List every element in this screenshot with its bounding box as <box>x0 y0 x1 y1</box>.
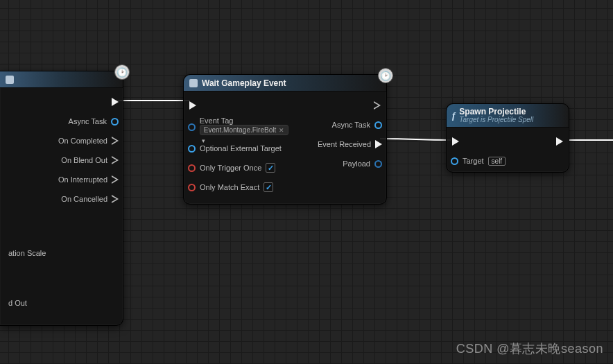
input-optional-external-target[interactable]: Optional External Target <box>184 139 300 158</box>
bool-pin-icon <box>188 164 196 172</box>
clock-icon: 🕑 <box>114 64 130 80</box>
exec-pin-icon <box>112 195 119 203</box>
bool-pin-icon <box>188 184 196 191</box>
object-pin-icon <box>188 145 196 153</box>
node-icon <box>189 79 198 87</box>
input-event-tag[interactable]: Event Tag Event.Montage.FireBolt ✕ ▾ <box>184 115 300 139</box>
exec-pin-icon <box>112 98 119 106</box>
struct-pin-icon <box>374 160 382 168</box>
exec-pin-icon <box>375 140 382 148</box>
exec-out-pin-icon[interactable] <box>556 137 563 146</box>
exec-out-pin-icon[interactable] <box>374 101 381 110</box>
output-async-task[interactable]: Async Task <box>300 115 386 135</box>
clock-icon: 🕑 <box>378 68 393 83</box>
node-header: Wait Gameplay Event <box>184 75 386 92</box>
output-on-completed[interactable]: On Completed <box>0 131 123 150</box>
checkbox-only-trigger-once[interactable]: ✓ <box>266 163 275 173</box>
node-icon <box>6 76 14 84</box>
exec-row <box>447 132 569 151</box>
node-body: Target self <box>447 128 569 177</box>
exec-row <box>184 96 386 115</box>
object-pin-icon <box>451 157 458 165</box>
struct-pin-icon <box>188 123 196 131</box>
node-header <box>0 71 123 88</box>
object-pin-icon <box>111 118 119 125</box>
node-header: f Spawn Projectile Target is Projectile … <box>447 104 569 128</box>
node-body: Event Tag Event.Montage.FireBolt ✕ ▾ Opt… <box>184 92 386 204</box>
exec-in-pin-icon[interactable] <box>452 137 459 146</box>
checkbox-only-match-exact[interactable]: ✓ <box>264 182 273 192</box>
node-subtitle: Target is Projectile Spell <box>459 116 533 123</box>
target-self-value[interactable]: self <box>488 157 506 166</box>
object-pin-icon <box>374 121 382 129</box>
output-async-task[interactable]: Async Task <box>0 112 123 131</box>
exec-pin-icon <box>112 156 119 164</box>
output-on-interrupted[interactable]: On Interrupted <box>0 170 123 189</box>
input-target[interactable]: Target self <box>447 151 569 171</box>
exec-pin-icon <box>112 175 119 184</box>
output-on-cancelled[interactable]: On Cancelled <box>0 189 123 209</box>
node-wait-gameplay-event[interactable]: 🕑 Wait Gameplay Event Event Tag Event.Mo… <box>183 74 387 205</box>
node-title: Wait Gameplay Event <box>202 78 286 88</box>
function-icon: f <box>452 110 455 121</box>
input-ation-scale[interactable]: ation Scale <box>0 243 123 263</box>
output-payload[interactable]: Payload <box>300 154 386 173</box>
exec-pin-icon <box>112 137 119 145</box>
input-only-match-exact[interactable]: Only Match Exact ✓ <box>184 177 300 197</box>
exec-in-pin-icon[interactable] <box>189 101 196 110</box>
input-d-out[interactable]: d Out <box>0 293 123 313</box>
remove-tag-icon[interactable]: ✕ <box>279 127 284 134</box>
input-only-trigger-once[interactable]: Only Trigger Once ✓ <box>184 158 300 177</box>
output-on-blend-out[interactable]: On Blend Out <box>0 150 123 170</box>
event-tag-chip[interactable]: Event.Montage.FireBolt ✕ <box>200 125 289 135</box>
exec-out[interactable] <box>0 92 123 112</box>
node-spawn-projectile[interactable]: f Spawn Projectile Target is Projectile … <box>446 103 569 173</box>
output-event-received[interactable]: Event Received <box>300 135 386 154</box>
node-play-montage-partial[interactable]: 🕑 Async Task On Completed On Blend Out O… <box>0 71 123 326</box>
node-body: Async Task On Completed On Blend Out On … <box>0 88 123 320</box>
